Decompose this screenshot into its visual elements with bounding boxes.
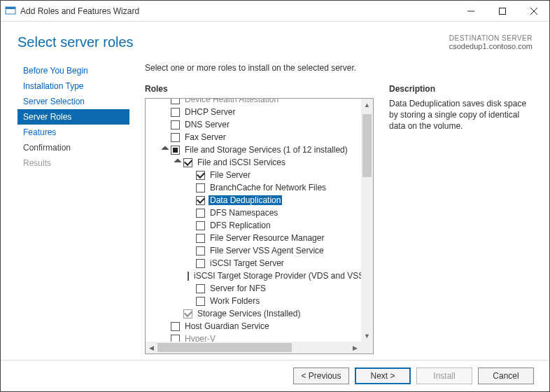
page-title: Select server roles	[17, 34, 134, 50]
role-row[interactable]: Device Health Attestation	[146, 99, 361, 106]
role-label[interactable]: Device Health Attestation	[183, 99, 280, 104]
role-checkbox[interactable]	[171, 99, 180, 104]
cancel-button[interactable]: Cancel	[478, 368, 534, 384]
role-label[interactable]: Hyper-V	[183, 334, 217, 342]
role-checkbox[interactable]	[196, 171, 205, 180]
role-checkbox[interactable]	[171, 146, 180, 155]
role-label[interactable]: DHCP Server	[183, 107, 237, 117]
role-checkbox[interactable]	[171, 335, 180, 342]
wizard-step-5[interactable]: Confirmation	[17, 140, 129, 155]
role-label[interactable]: Host Guardian Service	[183, 321, 271, 331]
svg-rect-3	[499, 8, 505, 14]
role-label[interactable]: Storage Services (Installed)	[196, 309, 302, 318]
role-label[interactable]: iSCSI Target Server	[209, 258, 285, 268]
scroll-down-icon[interactable]: ▼	[361, 330, 373, 342]
role-checkbox[interactable]	[196, 196, 205, 205]
role-row[interactable]: Server for NFS	[146, 282, 361, 295]
wizard-steps: Before You BeginInstallation TypeServer …	[17, 57, 129, 354]
app-icon	[5, 6, 16, 17]
expander-icon[interactable]	[161, 146, 169, 154]
description-label: Description	[389, 84, 533, 94]
role-checkbox[interactable]	[188, 272, 189, 281]
intro-text: Select one or more roles to install on t…	[145, 63, 533, 73]
role-checkbox[interactable]	[171, 322, 180, 331]
wizard-step-2[interactable]: Server Selection	[17, 94, 129, 109]
role-checkbox[interactable]	[196, 284, 205, 293]
roles-label: Roles	[145, 84, 374, 94]
role-label[interactable]: Fax Server	[183, 132, 227, 142]
wizard-step-1[interactable]: Installation Type	[17, 78, 129, 94]
destination-server: csodedup1.contoso.com	[449, 42, 533, 50]
expander-icon[interactable]	[174, 158, 182, 167]
role-checkbox[interactable]	[196, 234, 205, 243]
scroll-up-icon[interactable]: ▲	[361, 99, 373, 111]
role-row[interactable]: Work Folders	[146, 295, 361, 307]
role-checkbox[interactable]	[171, 108, 180, 117]
role-row[interactable]: File Server Resource Manager	[146, 232, 361, 244]
wizard-step-3[interactable]: Server Roles	[17, 109, 129, 125]
role-label[interactable]: File Server VSS Agent Service	[209, 246, 325, 255]
svg-line-4	[530, 8, 537, 15]
role-row[interactable]: BranchCache for Network Files	[146, 181, 361, 194]
wizard-footer: < Previous Next > Install Cancel	[1, 360, 549, 391]
role-row[interactable]: iSCSI Target Server	[146, 257, 361, 270]
role-checkbox[interactable]	[196, 246, 205, 255]
role-row[interactable]: DHCP Server	[146, 106, 361, 118]
role-checkbox[interactable]	[196, 183, 205, 192]
role-checkbox[interactable]	[171, 133, 180, 142]
previous-button[interactable]: < Previous	[293, 368, 349, 384]
role-row[interactable]: Host Guardian Service	[146, 320, 361, 332]
role-checkbox	[183, 309, 192, 318]
role-checkbox[interactable]	[196, 297, 205, 306]
wizard-step-6: Results	[17, 155, 129, 171]
role-row[interactable]: File and iSCSI Services	[146, 156, 361, 169]
wizard-step-0[interactable]: Before You Begin	[17, 63, 129, 78]
role-checkbox[interactable]	[196, 221, 205, 230]
role-row[interactable]: Fax Server	[146, 131, 361, 144]
role-label[interactable]: DFS Namespaces	[209, 208, 279, 218]
role-row[interactable]: Data Deduplication	[146, 194, 361, 206]
role-row[interactable]: iSCSI Target Storage Provider (VDS and V…	[146, 270, 361, 282]
role-label[interactable]: Work Folders	[209, 296, 261, 306]
vertical-scrollbar[interactable]: ▲ ▼	[361, 99, 373, 342]
role-label[interactable]: Server for NFS	[209, 284, 267, 293]
scroll-right-icon[interactable]: ▶	[349, 342, 361, 354]
role-label[interactable]: Data Deduplication	[209, 195, 282, 205]
role-label[interactable]: File and iSCSI Services	[196, 158, 287, 167]
role-row[interactable]: Hyper-V	[146, 332, 361, 342]
role-label[interactable]: File Server	[209, 170, 252, 180]
svg-line-5	[530, 8, 537, 15]
role-checkbox[interactable]	[196, 259, 205, 268]
window-title: Add Roles and Features Wizard	[20, 6, 139, 16]
role-row[interactable]: File Server	[146, 169, 361, 181]
role-label[interactable]: File and Storage Services (1 of 12 insta…	[183, 145, 349, 155]
minimize-button[interactable]	[455, 1, 486, 21]
horizontal-scrollbar[interactable]: ◀ ▶	[146, 342, 361, 354]
install-button[interactable]: Install	[416, 368, 472, 384]
role-label[interactable]: iSCSI Target Storage Provider (VDS and V…	[192, 271, 361, 281]
role-row[interactable]: DFS Replication	[146, 219, 361, 232]
wizard-header: Select server roles DESTINATION SERVER c…	[1, 22, 549, 57]
close-button[interactable]	[518, 1, 549, 21]
role-row[interactable]: DNS Server	[146, 118, 361, 131]
role-row[interactable]: File Server VSS Agent Service	[146, 244, 361, 257]
maximize-button[interactable]	[486, 1, 518, 21]
role-label[interactable]: DFS Replication	[209, 220, 272, 230]
role-row[interactable]: File and Storage Services (1 of 12 insta…	[146, 144, 361, 156]
titlebar: Add Roles and Features Wizard	[1, 1, 549, 22]
role-label[interactable]: BranchCache for Network Files	[209, 183, 327, 192]
roles-tree: Device Health AttestationDHCP ServerDNS …	[145, 98, 374, 354]
svg-rect-1	[6, 7, 15, 9]
next-button[interactable]: Next >	[355, 368, 411, 384]
scroll-left-icon[interactable]: ◀	[146, 342, 157, 354]
role-label[interactable]: File Server Resource Manager	[209, 233, 325, 243]
role-row[interactable]: DFS Namespaces	[146, 206, 361, 219]
role-checkbox[interactable]	[171, 120, 180, 130]
role-checkbox[interactable]	[183, 158, 192, 167]
destination-label: DESTINATION SERVER	[449, 34, 533, 42]
role-row[interactable]: Storage Services (Installed)	[146, 307, 361, 320]
wizard-step-4[interactable]: Features	[17, 125, 129, 140]
role-checkbox[interactable]	[196, 209, 205, 218]
description-text: Data Deduplication saves disk space by s…	[389, 98, 533, 132]
role-label[interactable]: DNS Server	[183, 120, 231, 130]
